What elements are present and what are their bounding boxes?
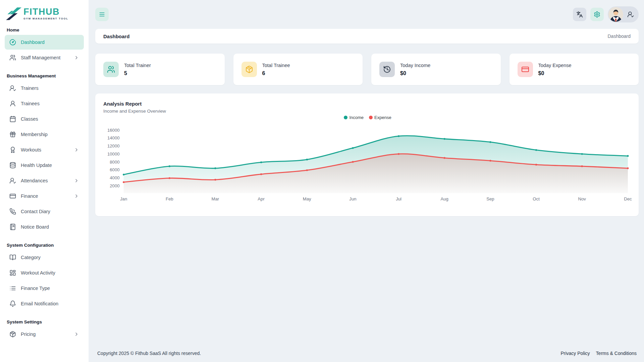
legend-item-income[interactable]: Income: [344, 115, 364, 120]
stat-value: 5: [124, 70, 151, 76]
sidebar-item-trainees[interactable]: Trainees: [5, 96, 84, 111]
sidebar-item-label: Trainers: [21, 85, 39, 91]
sidebar-item-workouts[interactable]: Workouts: [5, 142, 84, 157]
nav-section-business-management: Business Management: [7, 73, 82, 78]
list-icon: [9, 285, 16, 292]
sidebar-item-email-notification[interactable]: Email Notification: [5, 296, 84, 311]
package-icon: [9, 331, 16, 338]
sidebar-item-membership[interactable]: Membership: [5, 127, 84, 142]
sidebar-item-staff-management[interactable]: Staff Management: [5, 50, 84, 65]
sidebar-nav: HomeDashboardStaff ManagementBusiness Ma…: [5, 27, 84, 342]
legend-label: Expense: [374, 115, 391, 120]
users-icon: [9, 54, 16, 61]
sidebar-toggle-button[interactable]: [95, 8, 109, 21]
topbar-actions: [573, 6, 639, 22]
expense-marker: [581, 165, 583, 167]
package-icon: [241, 62, 257, 77]
language-button[interactable]: [573, 8, 586, 21]
income-marker: [260, 162, 262, 163]
legend-dot: [344, 116, 347, 119]
x-axis-label: Dec: [624, 196, 632, 201]
analysis-report-card: Analysis Report Income and Expense Overv…: [95, 94, 639, 216]
sidebar-item-label: Email Notification: [21, 301, 58, 306]
fithub-logo-icon: [6, 7, 21, 21]
income-marker: [489, 141, 491, 143]
sidebar-item-category[interactable]: Category: [5, 250, 84, 265]
app-logo[interactable]: FITHUB GYM MANAGEMENT TOOL: [5, 0, 84, 25]
database-icon: [9, 162, 16, 169]
sidebar-item-contact-diary[interactable]: Contact Diary: [5, 204, 84, 219]
profile-menu[interactable]: [608, 6, 639, 22]
stat-label: Today Expense: [538, 63, 572, 68]
sidebar-item-attendances[interactable]: Attendances: [5, 173, 84, 188]
brand-name: FITHUB: [23, 7, 68, 16]
brand-tagline: GYM MANAGEMENT TOOL: [23, 17, 68, 20]
sidebar-item-finance-type[interactable]: Finance Type: [5, 281, 84, 296]
expense-marker: [169, 177, 170, 179]
x-axis-label: Feb: [166, 196, 173, 201]
income-marker: [444, 138, 445, 140]
sidebar-item-trainers[interactable]: Trainers: [5, 81, 84, 96]
chevron-right-icon: [74, 331, 79, 337]
footer-links: Privacy PolicyTerms & Conditions: [560, 351, 637, 356]
income-marker: [352, 147, 354, 149]
sidebar-item-finance[interactable]: Finance: [5, 189, 84, 203]
income-marker: [123, 174, 124, 175]
stat-cards-row: Total Trainer5Total Trainee6Today Income…: [95, 54, 639, 85]
footer: Copyright 2025 © Fithub SaaS All rights …: [95, 351, 639, 362]
sidebar-item-pricing[interactable]: Pricing: [5, 327, 84, 342]
user-check-icon: [627, 11, 634, 18]
legend-item-expense[interactable]: Expense: [369, 115, 391, 120]
menu-icon: [99, 11, 105, 18]
legend-label: Income: [349, 115, 364, 120]
gauge-icon: [9, 39, 16, 46]
sidebar-item-label: Membership: [21, 132, 48, 137]
footer-link-terms-conditions[interactable]: Terms & Conditions: [596, 351, 637, 356]
settings-button[interactable]: [590, 8, 604, 21]
footer-link-privacy-policy[interactable]: Privacy Policy: [560, 351, 590, 356]
stat-label: Total Trainer: [124, 63, 151, 68]
x-axis-label: Nov: [578, 196, 586, 201]
book-open-icon: [9, 254, 16, 261]
copyright-text: Copyright 2025 © Fithub SaaS All rights …: [97, 351, 201, 356]
income-marker: [169, 165, 170, 167]
x-axis-label: Jan: [120, 196, 127, 201]
sidebar: FITHUB GYM MANAGEMENT TOOL HomeDashboard…: [0, 0, 89, 362]
y-axis-label: 14000: [107, 135, 120, 140]
notebook-icon: [9, 224, 16, 230]
legend-dot: [369, 116, 373, 119]
sidebar-item-notice-board[interactable]: Notice Board: [5, 220, 84, 234]
stat-card-total-trainee: Total Trainee6: [233, 54, 363, 85]
stat-card-today-income: Today Income$0: [371, 54, 501, 85]
expense-marker: [306, 169, 308, 171]
layout-grid-icon: [9, 269, 16, 276]
expense-marker: [398, 153, 399, 155]
sidebar-item-label: Workout Activity: [21, 270, 55, 276]
languages-icon: [576, 11, 583, 18]
sidebar-item-health-update[interactable]: Health Update: [5, 158, 84, 173]
sidebar-item-label: Dashboard: [21, 40, 45, 45]
sidebar-item-label: Finance: [21, 193, 38, 199]
credit-card-icon: [9, 193, 16, 199]
sidebar-item-label: Health Update: [21, 163, 52, 168]
y-axis-label: 12000: [107, 143, 120, 148]
stat-card-today-expense: Today Expense$0: [509, 54, 639, 85]
page-header: Dashboard Dashboard: [95, 29, 639, 44]
nav-section-system-configuration: System Configuration: [7, 243, 82, 248]
user-check-icon: [9, 85, 16, 92]
nav-section-home: Home: [7, 27, 82, 33]
credit-card-icon: [518, 62, 533, 77]
income-marker: [535, 149, 537, 151]
gift-icon: [9, 131, 16, 138]
analysis-title: Analysis Report: [103, 101, 632, 107]
x-axis-label: Oct: [533, 196, 540, 201]
history-icon: [379, 62, 395, 77]
user-icon: [9, 100, 16, 107]
gear-icon: [594, 11, 600, 18]
income-marker: [627, 155, 629, 157]
main-content: Dashboard Dashboard Total Trainer5Total …: [89, 0, 644, 362]
users-icon: [103, 62, 119, 77]
sidebar-item-workout-activity[interactable]: Workout Activity: [5, 265, 84, 280]
sidebar-item-dashboard[interactable]: Dashboard: [5, 35, 84, 50]
sidebar-item-classes[interactable]: Classes: [5, 112, 84, 126]
